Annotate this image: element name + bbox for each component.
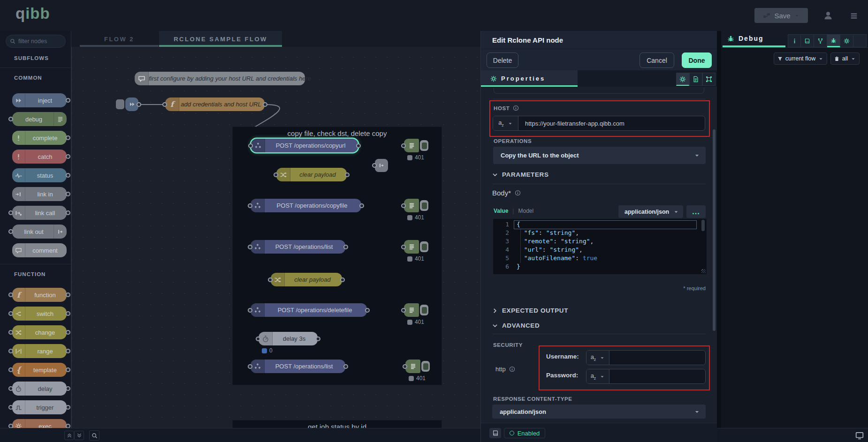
input-port[interactable] [8, 349, 13, 353]
debug-tab[interactable]: Debug [727, 35, 764, 42]
input-port[interactable] [401, 245, 406, 249]
zoom-button[interactable] [89, 430, 99, 441]
output-port[interactable] [263, 102, 267, 107]
debug-toggle-button[interactable] [420, 305, 428, 315]
output-port[interactable] [365, 308, 370, 313]
input-port[interactable] [248, 245, 252, 249]
output-port[interactable] [66, 386, 70, 391]
debug-toggle-button[interactable] [420, 241, 428, 252]
info-icon[interactable] [513, 105, 519, 111]
output-port[interactable] [66, 135, 70, 140]
node-link-out[interactable] [375, 159, 388, 172]
palette-item-template[interactable]: {template [12, 363, 67, 377]
inject-button[interactable] [116, 99, 124, 109]
input-port[interactable] [403, 364, 407, 369]
debug-toggle-button[interactable] [420, 140, 428, 151]
output-port[interactable] [66, 98, 70, 103]
host-input[interactable] [518, 120, 705, 127]
enabled-toggle[interactable]: Enabled [504, 428, 545, 438]
palette-item-trigger[interactable]: trigger [12, 400, 67, 414]
node-debug[interactable] [404, 240, 428, 254]
tab-properties-icon[interactable] [676, 73, 689, 86]
node-clear1[interactable]: clear payload [276, 168, 347, 181]
username-input[interactable] [609, 354, 705, 361]
palette-expand-button[interactable] [74, 431, 84, 440]
node-debug[interactable] [404, 199, 428, 212]
output-port[interactable] [66, 311, 70, 316]
node-clear2[interactable]: clear payload [271, 273, 342, 286]
palette-item-comment[interactable]: comment [12, 243, 67, 257]
tab-properties[interactable]: Properties [481, 70, 578, 87]
delete-button[interactable]: Delete [487, 52, 518, 68]
debug-toggle-button[interactable] [421, 361, 430, 372]
input-port[interactable] [8, 311, 13, 316]
output-port[interactable] [343, 364, 348, 369]
input-port[interactable] [8, 229, 13, 234]
debug-filter-button[interactable]: current flow [774, 52, 827, 65]
done-button[interactable]: Done [682, 52, 712, 68]
content-type-dropdown[interactable]: application/json [618, 205, 683, 218]
palette-search[interactable] [6, 35, 66, 48]
chevron-down-icon[interactable] [794, 13, 799, 18]
docs-button[interactable] [489, 428, 501, 438]
output-port[interactable] [66, 367, 70, 372]
advanced-section-header[interactable]: ADVANCED [492, 322, 540, 329]
node-list2[interactable]: POST /operations/list [251, 360, 345, 373]
node-delay1[interactable]: delay 3s [259, 332, 318, 345]
input-port[interactable] [248, 203, 252, 208]
palette-item-range[interactable]: range [12, 344, 67, 358]
node-fn1[interactable]: fadd credentials and host URL [165, 97, 265, 111]
input-port[interactable] [248, 143, 253, 148]
sidebar-tab-bug[interactable] [827, 34, 840, 47]
input-port[interactable] [248, 364, 252, 369]
palette-item-status[interactable]: status [12, 168, 67, 182]
node-comment1[interactable]: first configure by adding your host URL … [135, 72, 305, 85]
input-port[interactable] [8, 117, 13, 121]
sidebar-tab-caret-down[interactable] [853, 34, 867, 47]
output-port[interactable] [66, 405, 70, 410]
output-port[interactable] [66, 192, 70, 196]
palette-item-debug[interactable]: debug [12, 112, 67, 126]
palette-section-common[interactable]: COMMON [0, 72, 71, 83]
panel-scrollbar[interactable] [713, 129, 716, 331]
node-inject[interactable] [116, 97, 138, 111]
palette-item-function[interactable]: ffunction [12, 288, 67, 302]
palette-item-catch[interactable]: catch [12, 150, 67, 164]
output-port[interactable] [356, 143, 361, 148]
input-port[interactable] [8, 386, 13, 391]
code-line[interactable]: 6} [493, 263, 707, 271]
output-port[interactable] [66, 292, 70, 297]
input-port[interactable] [8, 292, 13, 297]
output-port[interactable] [316, 337, 320, 341]
palette-item-link-call[interactable]: link call [12, 206, 67, 220]
output-port[interactable] [66, 210, 70, 215]
sidebar-tab-fork[interactable] [814, 34, 827, 47]
input-port[interactable] [268, 277, 273, 282]
body-code-editor[interactable]: 1{2 "fs": "string",3 "remote": "string",… [493, 219, 707, 274]
body-more-button[interactable]: ... [686, 205, 706, 218]
username-type-selector[interactable]: az [586, 351, 609, 365]
palette-item-delay[interactable]: delay [12, 382, 67, 396]
password-input[interactable] [609, 373, 705, 380]
user-icon[interactable] [823, 11, 833, 20]
palette-section-function[interactable]: FUNCTION [0, 269, 71, 280]
tab-value[interactable]: Value [494, 208, 508, 214]
sidebar-toggle-icon[interactable] [855, 431, 864, 440]
operations-dropdown[interactable]: Copy the URL to the object [493, 147, 706, 164]
flow-tab-2[interactable]: RCLONE SAMPLE FLOW [159, 31, 282, 47]
node-copyurl[interactable]: POST /operations/copyurl [251, 139, 358, 152]
output-port[interactable] [66, 349, 70, 353]
output-port[interactable] [137, 102, 141, 107]
info-icon[interactable] [509, 366, 515, 372]
output-port[interactable] [66, 330, 70, 335]
response-content-type-dropdown[interactable]: application/json [492, 405, 706, 419]
code-line[interactable]: 3 "remote": "string", [493, 238, 707, 246]
node-debug[interactable] [404, 139, 428, 152]
node-debug[interactable] [404, 303, 428, 317]
output-port[interactable] [66, 173, 70, 178]
editor-scrollbar[interactable] [701, 220, 705, 231]
palette-collapse-button[interactable] [64, 431, 74, 440]
tab-appearance-icon[interactable] [702, 73, 716, 86]
input-port[interactable] [401, 143, 406, 148]
code-line[interactable]: 5 "autoFilename": true [493, 255, 707, 263]
